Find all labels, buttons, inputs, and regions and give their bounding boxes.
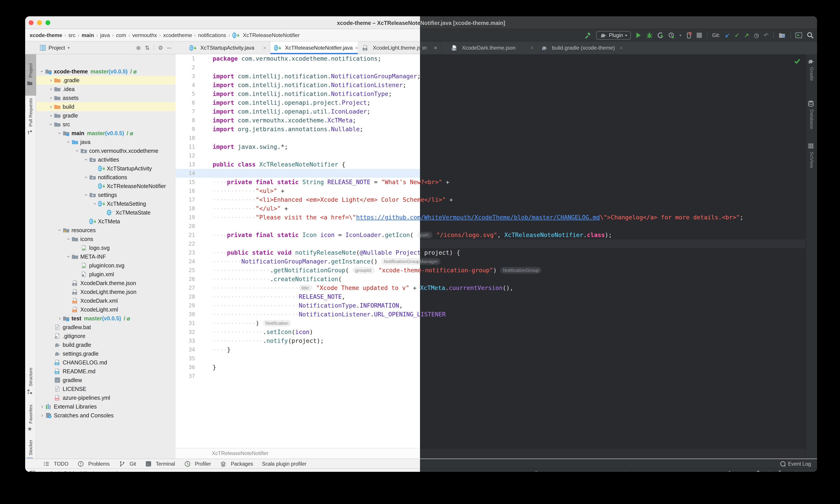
code-line[interactable]: 31············) Notification [420,319,805,328]
tree-item[interactable]: ›mainmaster (v0.0.5) / ⌀ [36,129,176,138]
tree-item[interactable]: ›assets [36,93,176,102]
toolwindow-toggle-icon[interactable] [30,471,35,472]
code-line[interactable]: 26················.createNotification( [176,275,420,284]
code-line[interactable]: 34····} [420,345,805,354]
stripe-button-pull-requests[interactable]: Pull Requests [25,95,36,139]
tree-chevron-icon[interactable]: › [57,227,63,233]
rollback-icon[interactable]: ↶ [764,32,769,39]
code-line[interactable]: 30························NotificationLi… [176,310,420,319]
code-line[interactable]: 22 [176,239,420,248]
tree-chevron-icon[interactable]: › [83,192,89,198]
breadcrumb-item[interactable]: com [116,32,126,38]
code-line[interactable]: 28························RELEASE_NOTE, [420,292,805,301]
code-line[interactable]: 37 [176,372,420,380]
tree-item[interactable]: logo.svg [36,244,176,252]
tree-item[interactable]: ›java [36,138,176,146]
chevron-down-icon[interactable]: ▾ [68,46,70,50]
tree-item[interactable]: CXcTStartupActivity [36,164,176,173]
code-line[interactable]: 29························NotificationTy… [176,301,420,310]
tree-chevron-icon[interactable]: › [66,236,72,242]
code-line[interactable]: 7import com.intellij.openapi.util.IconLo… [420,107,805,116]
tree-chevron-icon[interactable]: › [39,403,45,410]
tree-chevron-icon[interactable]: › [74,148,81,154]
code-line[interactable]: 4import com.intellij.notification.Notifi… [176,81,420,90]
code-line[interactable]: 17············"<li>Enhanced <em>Xcode Li… [420,195,805,204]
stripe-button-gradle[interactable]: Gradle [806,58,817,95]
lock-icon[interactable] [755,471,760,472]
code-line[interactable]: 13public class XcTReleaseNoteNotifier { [176,160,420,169]
event-log-label[interactable]: Event Log [788,461,811,467]
code-line[interactable]: 18············"</ul>" + [176,204,420,213]
cloud-settings-icon[interactable] [766,471,773,472]
status-circle-icon[interactable] [534,471,539,472]
tree-item[interactable]: ›resources [36,226,176,235]
toolwindow-button-terminal[interactable]: ›_Terminal [145,460,175,467]
editor-tab[interactable]: CXcTStartupActivity.java× [186,41,270,54]
code-line[interactable]: 11import javax.swing.*; [176,142,420,151]
stripe-button-favorites[interactable]: Favorites★ [25,407,36,430]
editor-tab[interactable]: {}XcodeDark.theme.json× [447,41,537,54]
code-line[interactable]: 20 [420,222,805,231]
code-line[interactable]: 33··············.notify(project); [420,337,805,345]
editor-breadcrumb[interactable]: XcTReleaseNoteNotifier [212,448,268,458]
code-line[interactable]: 12 [176,151,420,160]
tree-item[interactable]: ›build [36,102,176,111]
code-line[interactable]: 25················.getNotificationGroup(… [176,266,420,275]
tree-item[interactable]: ›CXcTMetaSetting [36,199,176,208]
expand-all-icon[interactable]: ⇅ [145,44,150,51]
editor-tab[interactable]: CXcTReleaseNoteNotifier.java× [270,41,358,54]
tree-item[interactable]: ›.gradle [36,76,176,85]
status-left[interactable]: Auto fetch: finished (8 minutes ago) [30,469,118,472]
code-line[interactable]: 37 [420,372,805,380]
tree-item[interactable]: plugin.xml [36,270,176,279]
tree-chevron-icon[interactable]: › [83,174,89,180]
editor-dark-half[interactable]: 1package com.vermouthx.xcodetheme.notifi… [420,54,806,448]
code-line[interactable]: 32··············.setIcon(icon) [176,328,420,337]
editor-tab[interactable]: {}XcodeLight.theme.json× [358,41,441,54]
tree-item[interactable]: MDREADME.md [36,367,176,376]
code-line[interactable]: 35 [420,354,805,363]
code-line[interactable]: 19············"Please visit the <a href=… [420,213,805,222]
code-line[interactable]: 3import com.intellij.notification.Notifi… [176,72,420,81]
code-line[interactable]: 35 [176,354,420,363]
code-line[interactable]: 10 [420,133,805,142]
code-line[interactable]: 13public class XcTReleaseNoteNotifier { [420,160,805,169]
stripe-button-sciview[interactable]: SciView [806,142,817,176]
toolwindow-button-profiler[interactable]: Profiler [184,460,211,467]
tree-chevron-icon[interactable]: › [48,77,54,83]
code-line[interactable]: 18············"</ul>" + [420,204,805,213]
tree-item[interactable]: gradlew.bat [36,323,176,331]
code-line[interactable]: 28························RELEASE_NOTE, [176,292,420,301]
tree-item[interactable]: ›activities [36,155,176,164]
git-history-icon[interactable]: ◷ [754,32,759,39]
toolwindow-button-problems[interactable]: Problems [77,460,110,467]
code-line[interactable]: 34····} [176,345,420,354]
code-line[interactable]: 15····private final static String RELEAS… [176,178,420,186]
code-line[interactable]: 36} [176,363,420,372]
project-panel-header[interactable]: Project ▾ ⊕ ⇅ ⚙ ─ [36,41,176,54]
tree-item[interactable]: {}XcodeDark.theme.json [36,279,176,288]
tree-chevron-icon[interactable]: › [83,157,89,162]
code-line[interactable]: 33··············.notify(project); [176,337,420,345]
event-log-button[interactable]: Event Log [780,459,811,469]
code-line[interactable]: 36} [420,363,805,372]
tree-item[interactable]: C°XcTMetaState [36,208,176,217]
tree-item[interactable]: settings.gradle [36,349,176,358]
tree-chevron-icon[interactable]: › [48,95,54,101]
tree-chevron-icon[interactable]: › [66,254,72,259]
breadcrumb-item[interactable]: xcodetheme [163,32,192,38]
close-tab-icon[interactable]: × [355,44,358,51]
tree-item[interactable]: ›src [36,120,176,129]
tree-chevron-icon[interactable]: › [48,112,54,119]
tree-chevron-icon[interactable]: › [92,201,98,206]
stripe-button-project[interactable]: Project [25,54,36,96]
tree-item[interactable]: CXcTReleaseNoteNotifier [36,182,176,191]
right-tool-stripe[interactable]: Gradle Database SciView [806,54,817,458]
breadcrumb-item[interactable]: xcode-theme [30,32,62,38]
code-line[interactable]: 8import com.vermouthx.xcodetheme.XcTMeta… [420,116,805,125]
breadcrumb[interactable]: xcode-theme›src›main›java›com›vermouthx›… [30,29,300,41]
code-line[interactable]: 1package com.vermouthx.xcodetheme.notifi… [420,54,805,63]
tree-item[interactable]: ›settings [36,191,176,199]
tree-item[interactable]: MDCHANGELOG.md [36,358,176,367]
tool-window-buttons[interactable]: TODO Problems Git ›_Terminal Profiler Pa… [43,459,307,469]
